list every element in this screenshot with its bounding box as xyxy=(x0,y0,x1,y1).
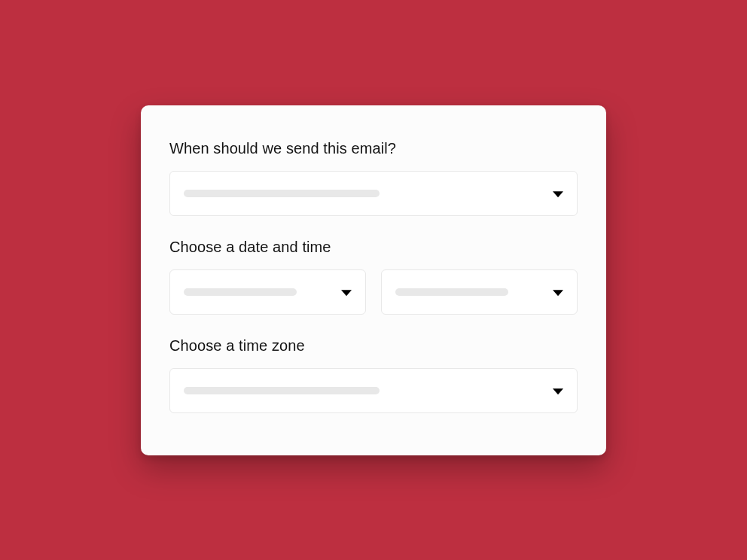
time-select[interactable] xyxy=(381,269,578,315)
timezone-select[interactable] xyxy=(169,368,578,413)
date-time-group: Choose a date and time xyxy=(169,239,578,315)
timezone-label: Choose a time zone xyxy=(169,337,578,355)
chevron-down-icon xyxy=(553,388,563,394)
date-select[interactable] xyxy=(169,269,366,315)
chevron-down-icon xyxy=(553,191,563,197)
date-time-label: Choose a date and time xyxy=(169,239,578,256)
schedule-email-card: When should we send this email? Choose a… xyxy=(141,105,606,455)
date-placeholder xyxy=(184,288,297,296)
chevron-down-icon xyxy=(341,290,352,296)
timezone-group: Choose a time zone xyxy=(169,337,578,413)
send-when-label: When should we send this email? xyxy=(169,140,578,157)
send-when-placeholder xyxy=(184,190,380,197)
chevron-down-icon xyxy=(553,290,563,296)
timezone-placeholder xyxy=(184,387,380,394)
send-when-select[interactable] xyxy=(169,171,578,216)
send-when-group: When should we send this email? xyxy=(169,140,578,216)
time-placeholder xyxy=(395,288,508,296)
